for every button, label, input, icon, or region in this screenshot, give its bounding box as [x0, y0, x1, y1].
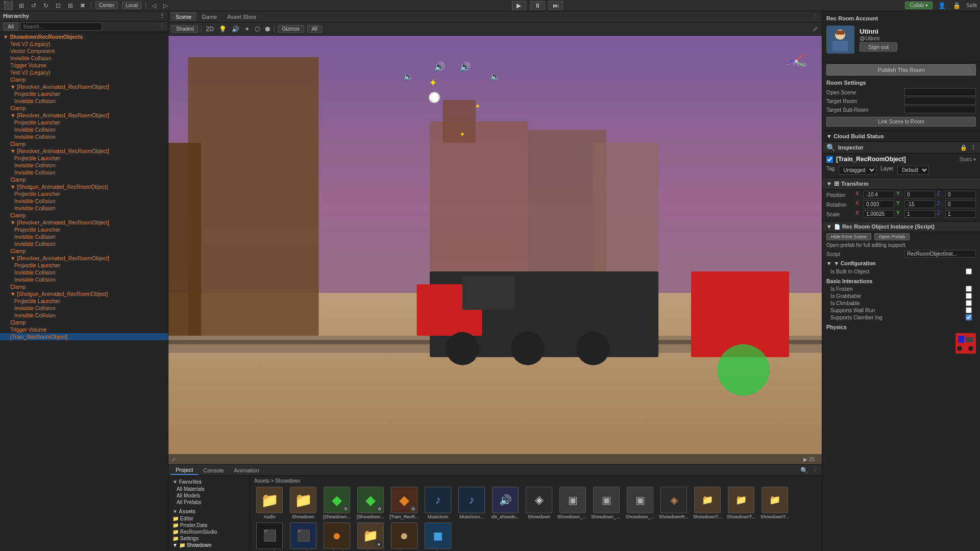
cloud-build-title[interactable]: ▼ Cloud Build Status: [826, 133, 976, 139]
h-item[interactable]: Invisible Collision: [0, 126, 168, 133]
asset-showdown-prefab1[interactable]: ◆ ⚙ [Showdown...: [322, 487, 352, 519]
h-item[interactable]: Trigger Volume: [0, 326, 168, 333]
target-room-input[interactable]: [904, 97, 976, 105]
asset-showdown-prefab2[interactable]: ◆ ⚙ [Showdown...: [355, 487, 386, 519]
h-item[interactable]: Clamp: [0, 319, 168, 326]
h-item[interactable]: ▼ [Revolver_Animated_RecRoomObject]: [0, 83, 168, 90]
hierarchy-root-item[interactable]: ▼ ShowdownRecRoomObjects: [0, 33, 168, 40]
proj-settings[interactable]: 📁 Settings: [168, 535, 250, 542]
is-built-in-checkbox[interactable]: [966, 268, 972, 274]
asset-audio[interactable]: 📁 Audio: [254, 487, 285, 519]
center-btn[interactable]: Center: [95, 2, 118, 9]
object-enabled-checkbox[interactable]: [826, 156, 833, 163]
supports-wall-run-checkbox[interactable]: [966, 307, 972, 313]
h-item[interactable]: Invisible Collision: [0, 305, 168, 312]
h-item[interactable]: Clamp: [0, 283, 168, 290]
h-item[interactable]: Invisible Collision: [0, 97, 168, 105]
asset-showdown-d[interactable]: ▣ Showdown_D...: [557, 487, 588, 519]
link-scene-button[interactable]: Link Scene to Room: [826, 117, 976, 127]
publish-button[interactable]: Publish This Room: [826, 64, 976, 76]
light-icon[interactable]: 💡: [218, 26, 228, 33]
hierarchy-all-label[interactable]: All: [3, 22, 18, 31]
h-item[interactable]: Invisible Collision: [0, 162, 168, 169]
configuration-toggle[interactable]: ▼ ▼ Configuration: [822, 259, 980, 268]
h-item[interactable]: ▼ [Shotgun_Animated_RecRoomObject]: [0, 183, 168, 190]
asset-terrain-tunnel[interactable]: 📁 ● TerrainTunnel: [355, 522, 386, 551]
hide-from-scene-btn[interactable]: Hide From Scene: [826, 233, 871, 240]
toolbar-icon-5[interactable]: ⊞: [66, 2, 75, 9]
search-icon[interactable]: 🔍: [798, 467, 810, 474]
h-item[interactable]: ▼ [Revolver_Animated_RecRoomObject]: [0, 147, 168, 155]
h-item[interactable]: Projectile Launcher: [0, 90, 168, 97]
h-item[interactable]: ▼ [Revolver_Animated_RecRoomObject]: [0, 112, 168, 119]
tab-game[interactable]: Game: [197, 13, 222, 21]
h-item[interactable]: Invisible Collision: [0, 133, 168, 140]
asset-tunnel-terrain[interactable]: ◼ TunnelTerrain: [423, 522, 453, 551]
h-item[interactable]: Invisible Collision: [0, 233, 168, 240]
h-item[interactable]: Text V2 (Legacy): [0, 69, 168, 76]
h-item[interactable]: Vector Component: [0, 47, 168, 55]
tab-animation[interactable]: Animation: [229, 466, 264, 474]
h-item[interactable]: Clamp: [0, 105, 168, 112]
open-prefab-btn[interactable]: Open Prefab: [874, 233, 910, 240]
scene-options-icon[interactable]: ⋮: [810, 13, 820, 20]
h-item[interactable]: Projectile Launcher: [0, 226, 168, 233]
asset-showdown-t2[interactable]: 📁 ShowdownT...: [726, 487, 756, 519]
inspector-lock-icon[interactable]: 🔒: [960, 144, 967, 151]
h-item[interactable]: Clamp: [0, 76, 168, 83]
scale-x-input[interactable]: [864, 210, 894, 218]
toolbar-icon-3[interactable]: ↻: [42, 2, 50, 9]
h-item[interactable]: Trigger Volume: [0, 62, 168, 69]
rot-z-input[interactable]: [945, 201, 976, 208]
bottom-options-icon[interactable]: ⋮: [810, 467, 820, 473]
proj-all-prefabs[interactable]: All Prefabs: [168, 499, 250, 506]
h-item-train[interactable]: [Train_RecRoomObject]: [0, 333, 168, 340]
h-item[interactable]: ▼ [Revolver_Animated_RecRoomObject]: [0, 219, 168, 226]
2d-icon[interactable]: 2D: [205, 26, 214, 33]
gizmos-btn[interactable]: Gizmos: [278, 25, 304, 33]
hierarchy-options-icon[interactable]: ⋮: [159, 22, 165, 31]
h-item[interactable]: ▼ [Revolver_Animated_RecRoomObject]: [0, 255, 168, 262]
back-btn[interactable]: ◁: [150, 2, 158, 9]
h-item[interactable]: Invisible Collision: [0, 312, 168, 319]
h-item[interactable]: Invisible Collision: [0, 55, 168, 62]
h-item[interactable]: Clamp: [0, 247, 168, 255]
sign-out-button[interactable]: Sign out: [860, 42, 897, 52]
asset-terrain2[interactable]: ⬛ Terrain: [288, 522, 318, 551]
rot-x-input[interactable]: [864, 201, 894, 208]
h-item[interactable]: Invisible Collision: [0, 269, 168, 276]
open-scene-input[interactable]: [904, 88, 976, 96]
audio-icon[interactable]: 🔊: [231, 26, 240, 33]
hierarchy-search-input[interactable]: [20, 22, 102, 31]
toolbar-icon-6[interactable]: ✖: [79, 2, 87, 9]
asset-showdown-f[interactable]: ▣ Showdown_F...: [591, 487, 622, 519]
asset-sfx[interactable]: 🔊 sfx_showdo...: [490, 487, 521, 519]
toolbar-icon-1[interactable]: ⊞: [17, 2, 26, 9]
asset-showdown[interactable]: 📁 Showdown: [288, 487, 318, 519]
viewport-maximize-btn[interactable]: ⤢: [172, 457, 176, 462]
toolbar-icon-2[interactable]: ↺: [30, 2, 38, 9]
all-btn[interactable]: All: [307, 25, 322, 33]
is-grabbable-checkbox[interactable]: [966, 293, 972, 299]
hierarchy-menu-icon[interactable]: ⋮: [159, 13, 165, 19]
asset-terrain-tunne[interactable]: ● TerrainTunne...: [389, 522, 420, 551]
script-component-header[interactable]: ▼ 📄 Rec Room Object Instance (Script): [822, 221, 980, 232]
asset-showdown-script[interactable]: ◈ ShowdownR...: [658, 487, 689, 519]
h-item[interactable]: Invisible Collision: [0, 169, 168, 176]
transform-header[interactable]: ▼ ⊞ Transform: [822, 178, 980, 190]
proj-proder-data[interactable]: 📁 Proder.Data: [168, 522, 250, 529]
h-item[interactable]: Invisible Collision: [0, 197, 168, 205]
h-item[interactable]: Invisible Collision: [0, 240, 168, 247]
scale-y-input[interactable]: [904, 210, 935, 218]
is-frozen-checkbox[interactable]: [966, 286, 972, 292]
h-item[interactable]: Projectile Launcher: [0, 155, 168, 162]
asset-music-icon2[interactable]: ♪ MusicIcon...: [456, 487, 487, 519]
script-value-input[interactable]: [904, 250, 976, 258]
h-item[interactable]: Clamp: [0, 212, 168, 219]
asset-music-icon[interactable]: ♪ MusicIcon: [423, 487, 453, 519]
persp-label[interactable]: ← Persp: [787, 61, 806, 67]
scene-viewport[interactable]: 🔊 🔊 🔈 🔈 ✦ ← Persp ✦: [168, 36, 822, 464]
tag-select[interactable]: Untagged: [839, 166, 876, 174]
account-icon[interactable]: 👤: [937, 2, 947, 9]
h-item[interactable]: Invisible Collision: [0, 276, 168, 283]
